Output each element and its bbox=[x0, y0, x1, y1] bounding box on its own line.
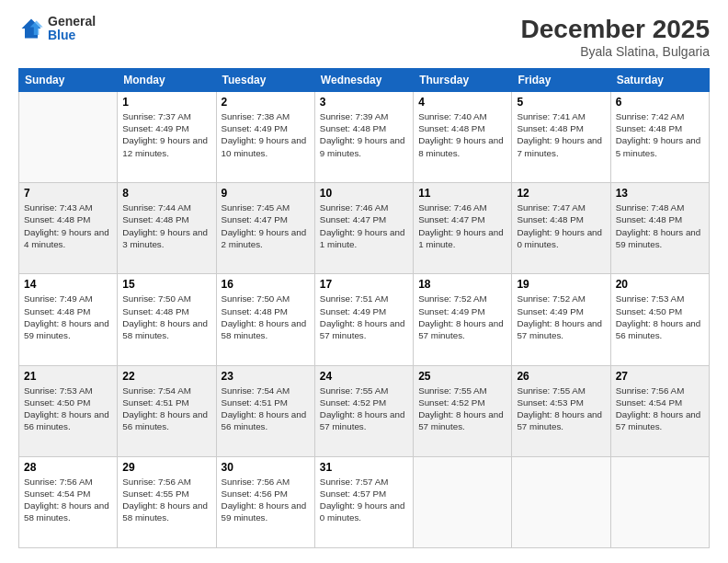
logo-text: General Blue bbox=[48, 15, 96, 43]
calendar-day-cell: 15Sunrise: 7:50 AMSunset: 4:48 PMDayligh… bbox=[118, 274, 216, 365]
logo-blue: Blue bbox=[48, 29, 96, 42]
day-number: 5 bbox=[517, 96, 605, 109]
day-info: Sunrise: 7:56 AMSunset: 4:56 PMDaylight:… bbox=[222, 476, 310, 524]
calendar-week-row: 28Sunrise: 7:56 AMSunset: 4:54 PMDayligh… bbox=[19, 456, 710, 547]
calendar-day-cell: 26Sunrise: 7:55 AMSunset: 4:53 PMDayligh… bbox=[512, 365, 610, 456]
day-info: Sunrise: 7:50 AMSunset: 4:48 PMDaylight:… bbox=[222, 293, 310, 341]
day-number: 22 bbox=[122, 370, 210, 383]
calendar-day-cell: 30Sunrise: 7:56 AMSunset: 4:56 PMDayligh… bbox=[216, 456, 314, 547]
calendar-day-cell: 16Sunrise: 7:50 AMSunset: 4:48 PMDayligh… bbox=[216, 274, 314, 365]
day-info: Sunrise: 7:52 AMSunset: 4:49 PMDaylight:… bbox=[418, 293, 506, 341]
weekday-header-cell: Tuesday bbox=[216, 69, 314, 92]
calendar-day-cell: 21Sunrise: 7:53 AMSunset: 4:50 PMDayligh… bbox=[19, 365, 118, 456]
weekday-header-cell: Friday bbox=[512, 69, 610, 92]
calendar-body: 1Sunrise: 7:37 AMSunset: 4:49 PMDaylight… bbox=[19, 92, 710, 548]
day-number: 2 bbox=[222, 96, 310, 109]
calendar-day-cell: 13Sunrise: 7:48 AMSunset: 4:48 PMDayligh… bbox=[610, 183, 709, 274]
calendar-day-cell: 5Sunrise: 7:41 AMSunset: 4:48 PMDaylight… bbox=[512, 92, 610, 183]
calendar-table: SundayMondayTuesdayWednesdayThursdayFrid… bbox=[18, 68, 710, 548]
page: General Blue December 2025 Byala Slatina… bbox=[0, 0, 728, 563]
calendar-day-cell: 19Sunrise: 7:52 AMSunset: 4:49 PMDayligh… bbox=[512, 274, 610, 365]
weekday-header-cell: Saturday bbox=[610, 69, 709, 92]
calendar-day-cell: 1Sunrise: 7:37 AMSunset: 4:49 PMDaylight… bbox=[118, 92, 216, 183]
day-info: Sunrise: 7:55 AMSunset: 4:53 PMDaylight:… bbox=[517, 385, 605, 433]
calendar-day-cell bbox=[512, 456, 610, 547]
day-info: Sunrise: 7:46 AMSunset: 4:47 PMDaylight:… bbox=[320, 201, 408, 250]
day-number: 1 bbox=[122, 96, 210, 109]
calendar-day-cell: 31Sunrise: 7:57 AMSunset: 4:57 PMDayligh… bbox=[314, 456, 413, 547]
day-number: 29 bbox=[122, 461, 210, 474]
weekday-header-cell: Sunday bbox=[19, 69, 118, 92]
calendar-day-cell: 20Sunrise: 7:53 AMSunset: 4:50 PMDayligh… bbox=[610, 274, 709, 365]
weekday-header-cell: Thursday bbox=[414, 69, 512, 92]
day-info: Sunrise: 7:48 AMSunset: 4:48 PMDaylight:… bbox=[616, 201, 704, 250]
calendar-day-cell: 24Sunrise: 7:55 AMSunset: 4:52 PMDayligh… bbox=[314, 365, 413, 456]
day-number: 24 bbox=[320, 370, 408, 383]
day-info: Sunrise: 7:53 AMSunset: 4:50 PMDaylight:… bbox=[24, 385, 112, 433]
calendar-day-cell: 3Sunrise: 7:39 AMSunset: 4:48 PMDaylight… bbox=[314, 92, 413, 183]
calendar-week-row: 1Sunrise: 7:37 AMSunset: 4:49 PMDaylight… bbox=[19, 92, 710, 183]
day-info: Sunrise: 7:56 AMSunset: 4:54 PMDaylight:… bbox=[24, 476, 112, 524]
title-block: December 2025 Byala Slatina, Bulgaria bbox=[521, 15, 710, 59]
calendar-day-cell: 9Sunrise: 7:45 AMSunset: 4:47 PMDaylight… bbox=[216, 183, 314, 274]
location: Byala Slatina, Bulgaria bbox=[521, 44, 710, 59]
calendar-day-cell: 2Sunrise: 7:38 AMSunset: 4:49 PMDaylight… bbox=[216, 92, 314, 183]
day-info: Sunrise: 7:55 AMSunset: 4:52 PMDaylight:… bbox=[320, 385, 408, 433]
day-number: 27 bbox=[616, 370, 704, 383]
day-number: 20 bbox=[616, 278, 704, 291]
day-info: Sunrise: 7:37 AMSunset: 4:49 PMDaylight:… bbox=[122, 110, 210, 159]
calendar-week-row: 14Sunrise: 7:49 AMSunset: 4:48 PMDayligh… bbox=[19, 274, 710, 365]
day-info: Sunrise: 7:43 AMSunset: 4:48 PMDaylight:… bbox=[24, 201, 112, 250]
day-number: 11 bbox=[418, 187, 506, 200]
day-info: Sunrise: 7:39 AMSunset: 4:48 PMDaylight:… bbox=[320, 110, 408, 159]
calendar-day-cell: 7Sunrise: 7:43 AMSunset: 4:48 PMDaylight… bbox=[19, 183, 118, 274]
day-info: Sunrise: 7:52 AMSunset: 4:49 PMDaylight:… bbox=[517, 293, 605, 341]
calendar-day-cell: 18Sunrise: 7:52 AMSunset: 4:49 PMDayligh… bbox=[414, 274, 512, 365]
day-info: Sunrise: 7:55 AMSunset: 4:52 PMDaylight:… bbox=[418, 385, 506, 433]
calendar-day-cell: 28Sunrise: 7:56 AMSunset: 4:54 PMDayligh… bbox=[19, 456, 118, 547]
day-info: Sunrise: 7:51 AMSunset: 4:49 PMDaylight:… bbox=[320, 293, 408, 341]
calendar-day-cell: 25Sunrise: 7:55 AMSunset: 4:52 PMDayligh… bbox=[414, 365, 512, 456]
day-info: Sunrise: 7:54 AMSunset: 4:51 PMDaylight:… bbox=[122, 385, 210, 433]
calendar-day-cell: 11Sunrise: 7:46 AMSunset: 4:47 PMDayligh… bbox=[414, 183, 512, 274]
day-number: 28 bbox=[24, 461, 112, 474]
day-number: 25 bbox=[418, 370, 506, 383]
day-info: Sunrise: 7:56 AMSunset: 4:54 PMDaylight:… bbox=[616, 385, 704, 433]
day-number: 4 bbox=[418, 96, 506, 109]
day-number: 7 bbox=[24, 187, 112, 200]
calendar-day-cell: 17Sunrise: 7:51 AMSunset: 4:49 PMDayligh… bbox=[314, 274, 413, 365]
logo-icon bbox=[18, 16, 44, 41]
calendar-day-cell bbox=[414, 456, 512, 547]
header: General Blue December 2025 Byala Slatina… bbox=[18, 15, 710, 59]
day-info: Sunrise: 7:54 AMSunset: 4:51 PMDaylight:… bbox=[222, 385, 310, 433]
calendar-day-cell: 29Sunrise: 7:56 AMSunset: 4:55 PMDayligh… bbox=[118, 456, 216, 547]
month-title: December 2025 bbox=[521, 15, 710, 44]
day-info: Sunrise: 7:45 AMSunset: 4:47 PMDaylight:… bbox=[222, 201, 310, 250]
day-number: 26 bbox=[517, 370, 605, 383]
day-number: 21 bbox=[24, 370, 112, 383]
day-info: Sunrise: 7:57 AMSunset: 4:57 PMDaylight:… bbox=[320, 476, 408, 524]
day-number: 14 bbox=[24, 278, 112, 291]
day-info: Sunrise: 7:40 AMSunset: 4:48 PMDaylight:… bbox=[418, 110, 506, 159]
logo: General Blue bbox=[18, 15, 96, 43]
calendar-day-cell: 23Sunrise: 7:54 AMSunset: 4:51 PMDayligh… bbox=[216, 365, 314, 456]
day-number: 18 bbox=[418, 278, 506, 291]
calendar-week-row: 7Sunrise: 7:43 AMSunset: 4:48 PMDaylight… bbox=[19, 183, 710, 274]
day-info: Sunrise: 7:41 AMSunset: 4:48 PMDaylight:… bbox=[517, 110, 605, 159]
weekday-header-cell: Monday bbox=[118, 69, 216, 92]
day-number: 13 bbox=[616, 187, 704, 200]
day-info: Sunrise: 7:53 AMSunset: 4:50 PMDaylight:… bbox=[616, 293, 704, 341]
day-info: Sunrise: 7:50 AMSunset: 4:48 PMDaylight:… bbox=[122, 293, 210, 341]
day-number: 19 bbox=[517, 278, 605, 291]
calendar-day-cell bbox=[610, 456, 709, 547]
weekday-header-row: SundayMondayTuesdayWednesdayThursdayFrid… bbox=[19, 69, 710, 92]
logo-general: General bbox=[48, 15, 96, 29]
day-number: 10 bbox=[320, 187, 408, 200]
day-number: 12 bbox=[517, 187, 605, 200]
day-number: 31 bbox=[320, 461, 408, 474]
day-number: 8 bbox=[122, 187, 210, 200]
calendar-day-cell: 22Sunrise: 7:54 AMSunset: 4:51 PMDayligh… bbox=[118, 365, 216, 456]
day-number: 23 bbox=[222, 370, 310, 383]
calendar-week-row: 21Sunrise: 7:53 AMSunset: 4:50 PMDayligh… bbox=[19, 365, 710, 456]
day-info: Sunrise: 7:44 AMSunset: 4:48 PMDaylight:… bbox=[122, 201, 210, 250]
